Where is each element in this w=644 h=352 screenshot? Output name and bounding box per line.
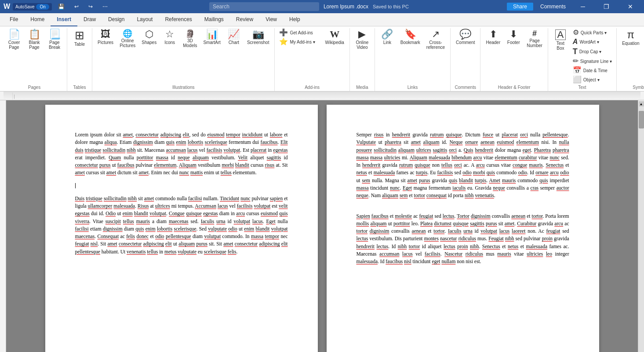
save-button[interactable]: 💾: [55, 3, 68, 11]
minimize-button[interactable]: ─: [573, 0, 593, 13]
tab-view[interactable]: View: [259, 13, 283, 26]
my-addins-button[interactable]: ⭐ My Add-ins ▾: [277, 37, 321, 46]
wordart-icon: A: [573, 38, 578, 45]
media-group-label: Media: [356, 85, 368, 91]
symbols-group-label: Symbols: [633, 85, 644, 91]
header-button[interactable]: ⬆ Header: [483, 28, 503, 46]
page1-cursor-line[interactable]: [75, 182, 288, 190]
text-box-button[interactable]: A TextBox: [551, 28, 570, 52]
footer-button[interactable]: ⬇ Footer: [504, 28, 523, 46]
ribbon-group-links: 🔗 Link 🔖 Bookmark ↗ Cross-reference Link…: [375, 28, 451, 91]
icons-button[interactable]: ☆ Icons: [160, 28, 179, 46]
drop-cap-button[interactable]: T Drop Cap ▾: [571, 47, 614, 56]
signature-line-button[interactable]: ✏ Signature Line ▾: [571, 57, 614, 66]
cover-page-button[interactable]: 📄 CoverPage: [4, 28, 24, 51]
chart-button[interactable]: 📈 Chart: [224, 28, 244, 46]
tab-references[interactable]: References: [159, 13, 198, 26]
links-items: 🔗 Link 🔖 Bookmark ↗ Cross-reference: [378, 28, 448, 84]
addins-group-label: Add-ins: [305, 85, 320, 91]
date-time-button[interactable]: 📅 Date & Time: [571, 66, 614, 75]
equation-button[interactable]: π Equation: [619, 28, 642, 47]
ribbon-tabs: File Home Insert Draw Design Layout Refe…: [0, 13, 644, 26]
footer-label: Footer: [507, 40, 520, 45]
ruler: │: [0, 92, 644, 100]
document-page-2: Semper risus in hendrerit gravida rutrum…: [327, 105, 599, 352]
page-break-button[interactable]: 📃 PageBreak: [45, 28, 64, 51]
tab-mailings[interactable]: Mailings: [198, 13, 230, 26]
smartart-label: SmartArt: [203, 40, 220, 45]
autosave-toggle[interactable]: On: [36, 4, 49, 10]
my-addins-icon: ⭐: [279, 38, 288, 45]
online-pictures-button[interactable]: 🌐 OnlinePictures: [117, 28, 138, 49]
vertical-scrollbar[interactable]: ▲ ▼: [638, 100, 644, 352]
tab-design[interactable]: Design: [102, 13, 131, 26]
tab-review[interactable]: Review: [230, 13, 259, 26]
bookmark-button[interactable]: 🔖 Bookmark: [398, 28, 423, 46]
ruler-bar: │: [4, 92, 640, 100]
symbols-items: π Equation Ω Symbol: [619, 28, 644, 84]
quick-parts-icon: ⚙: [573, 29, 579, 36]
table-button[interactable]: ⊞ Table: [70, 28, 89, 48]
page-number-button[interactable]: # PageNumber: [524, 28, 545, 49]
wordart-button[interactable]: A WordArt ▾: [571, 37, 614, 46]
headerfooter-group-label: Header & Footer: [498, 85, 531, 91]
scroll-up-button[interactable]: ▲: [639, 101, 644, 106]
shapes-button[interactable]: ⬡ Shapes: [139, 28, 159, 46]
tab-draw[interactable]: Draw: [77, 13, 102, 26]
tab-file[interactable]: File: [4, 13, 24, 26]
wikipedia-button[interactable]: W Wikipedia: [322, 28, 346, 46]
text-box-icon: A: [555, 29, 566, 40]
ribbon-group-addins: ➕ Get Add-ins ⭐ My Add-ins ▾ W Wikipedia…: [275, 28, 349, 91]
ribbon-group-comments: 💬 Comment Comments: [451, 28, 480, 91]
header-icon: ⬆: [489, 29, 497, 39]
smartart-button[interactable]: 📊 SmartArt: [200, 28, 223, 46]
cross-reference-button[interactable]: ↗ Cross-reference: [424, 28, 448, 51]
shapes-icon: ⬡: [145, 29, 153, 39]
text-stack: ⚙ Quick Parts ▾ A WordArt ▾ T Drop Cap ▾…: [571, 28, 614, 84]
tab-insert[interactable]: Insert: [51, 13, 77, 26]
restore-button[interactable]: ❐: [597, 0, 617, 13]
ribbon-group-headerfooter: ⬆ Header ⬇ Footer # PageNumber Header & …: [480, 28, 548, 91]
chart-icon: 📈: [228, 29, 240, 39]
online-video-icon: ▶: [358, 29, 366, 39]
close-button[interactable]: ✕: [620, 0, 640, 13]
ribbon-group-pages: 📄 CoverPage 📋 BlankPage 📃 PageBreak Page…: [2, 28, 67, 91]
object-button[interactable]: ⬜ Object ▾: [571, 75, 614, 84]
ribbon-group-illustrations: 🖼 Pictures 🌐 OnlinePictures ⬡ Shapes ☆ I…: [92, 28, 275, 91]
online-video-button[interactable]: ▶ OnlineVideo: [353, 28, 372, 51]
comment-button[interactable]: 💬 Comment: [453, 28, 477, 46]
document-scroll[interactable]: Lorem ipsum dolor sit amet, consectetur …: [6, 100, 638, 352]
pictures-button[interactable]: 🖼 Pictures: [95, 28, 116, 46]
shapes-label: Shapes: [142, 40, 156, 45]
blank-page-button[interactable]: 📋 BlankPage: [25, 28, 44, 51]
pictures-icon: 🖼: [101, 29, 110, 39]
more-tools-button[interactable]: ⋯: [99, 3, 111, 11]
comments-button[interactable]: Comments: [537, 3, 569, 11]
cross-reference-label: Cross-reference: [426, 40, 445, 50]
object-label: Object ▾: [583, 77, 600, 82]
page2-paragraph2: Sapien faucibus et molestie ac feugiat s…: [357, 213, 569, 266]
tab-help[interactable]: Help: [283, 13, 306, 26]
title-bar: W AutoSave On 💾 ↩ ↪ ⋯ Lorem Ipsum .docx …: [0, 0, 644, 13]
scroll-thumb[interactable]: [639, 111, 644, 128]
wikipedia-icon: W: [330, 29, 339, 39]
undo-button[interactable]: ↩: [71, 3, 82, 11]
blank-page-label: BlankPage: [29, 40, 40, 50]
page2-paragraph1: Semper risus in hendrerit gravida rutrum…: [357, 131, 569, 199]
document-page-1: Lorem ipsum dolor sit amet, consectetur …: [45, 105, 318, 352]
link-icon: 🔗: [381, 29, 393, 39]
scroll-track[interactable]: [638, 106, 644, 352]
equation-icon: π: [627, 29, 635, 40]
wikipedia-label: Wikipedia: [325, 40, 344, 45]
title-search-input[interactable]: [209, 2, 319, 11]
redo-button[interactable]: ↪: [85, 3, 96, 11]
tab-layout[interactable]: Layout: [131, 13, 159, 26]
screenshot-button[interactable]: 📷 Screenshot: [244, 28, 272, 46]
3d-models-button[interactable]: 🗿 3DModels: [180, 28, 200, 49]
link-button[interactable]: 🔗 Link: [378, 28, 397, 46]
tab-home[interactable]: Home: [24, 13, 51, 26]
quick-parts-button[interactable]: ⚙ Quick Parts ▾: [571, 28, 614, 37]
ribbon-group-tables: ⊞ Table Tables: [67, 28, 92, 91]
share-button[interactable]: Share: [507, 3, 533, 11]
get-addins-button[interactable]: ➕ Get Add-ins: [277, 28, 321, 37]
